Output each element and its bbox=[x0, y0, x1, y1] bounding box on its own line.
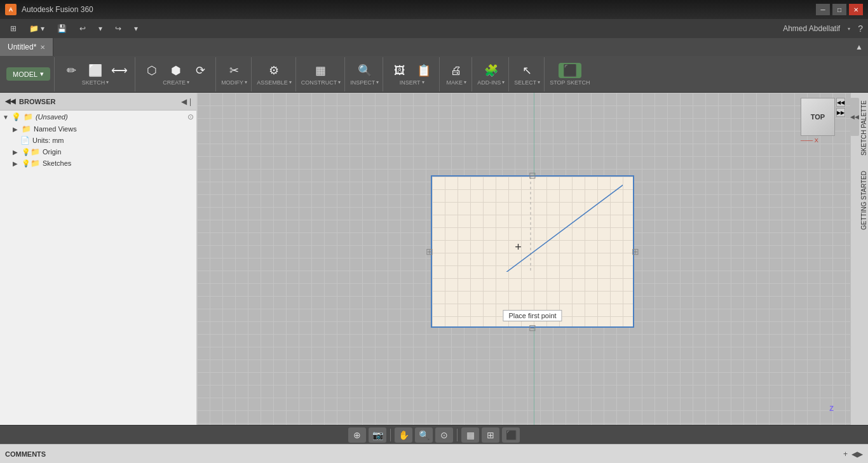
undo-dropdown-btn[interactable]: ▾ bbox=[93, 22, 107, 36]
close-button[interactable]: ✕ bbox=[849, 4, 863, 15]
sketch-canvas[interactable]: ⊟ ⊟ ⊞ ⊞ Place first point bbox=[431, 175, 634, 328]
create-btns: ⬡ ⬢ ⟳ bbox=[140, 63, 212, 78]
insert-canvas-btn[interactable]: 📋 bbox=[412, 63, 435, 78]
viewcube-face[interactable]: TOP bbox=[801, 98, 835, 136]
file-menu-btn[interactable]: 📁 ▾ bbox=[24, 22, 50, 36]
addins-dropdown-icon[interactable]: ▾ bbox=[502, 79, 505, 85]
sketch-create-btn[interactable]: ✏ bbox=[60, 63, 83, 78]
toolbar-group-assemble: ⚙ ASSEMBLE ▾ bbox=[253, 57, 296, 91]
main-area: ◀◀ BROWSER ◀ | ▼ 💡 📁 (Unsaved) ⊙ ▶ 📁 Nam… bbox=[0, 93, 868, 425]
assemble-btn[interactable]: ⚙ bbox=[262, 63, 285, 78]
bottom-camera-btn[interactable]: 📷 bbox=[369, 427, 386, 443]
browser-collapse-icon[interactable]: ◀ bbox=[181, 97, 187, 106]
handle-top-icon[interactable]: ⊟ bbox=[529, 170, 536, 180]
create-dropdown-icon[interactable]: ▾ bbox=[187, 79, 189, 85]
origin-item[interactable]: ▶ 💡 📁 Origin bbox=[0, 146, 196, 158]
redo-dropdown-btn[interactable]: ▾ bbox=[129, 22, 143, 36]
tab-label: Untitled* bbox=[8, 43, 36, 51]
sketches-arrow[interactable]: ▶ bbox=[13, 160, 22, 167]
comments-add-icon[interactable]: + bbox=[843, 450, 848, 459]
modify-dropdown-icon[interactable]: ▾ bbox=[245, 79, 247, 85]
select-label: SELECT ▾ bbox=[514, 79, 540, 86]
bottom-orbit-btn[interactable]: ⊙ bbox=[435, 427, 453, 443]
help-button[interactable]: ? bbox=[858, 23, 863, 34]
create-more-btn[interactable]: ⟳ bbox=[189, 63, 212, 78]
root-folder-icon: 📁 bbox=[24, 112, 33, 121]
menubar-left: ⊞ 📁 ▾ 💾 ↩ ▾ ↪ ▾ bbox=[5, 22, 143, 36]
construct-dropdown-icon[interactable]: ▾ bbox=[338, 79, 341, 85]
user-name[interactable]: Ahmed Abdellatif bbox=[783, 24, 840, 33]
named-views-item[interactable]: ▶ 📁 Named Views bbox=[0, 123, 196, 135]
origin-label: Origin bbox=[43, 148, 61, 156]
select-dropdown-icon[interactable]: ▾ bbox=[538, 79, 540, 85]
browser-pin-icon[interactable]: | bbox=[189, 97, 191, 106]
root-collapse-icon[interactable]: ▼ bbox=[3, 114, 9, 121]
construct-btn[interactable]: ▦ bbox=[309, 63, 332, 78]
bottom-display-btn[interactable]: ⊞ bbox=[482, 427, 499, 443]
create-label: CREATE ▾ bbox=[163, 79, 189, 86]
origin-arrow[interactable]: ▶ bbox=[13, 149, 22, 156]
handle-left-icon[interactable]: ⊞ bbox=[426, 246, 433, 257]
named-views-arrow[interactable]: ▶ bbox=[13, 126, 22, 133]
active-tab[interactable]: Untitled* ✕ bbox=[0, 38, 53, 56]
bottom-sep-2 bbox=[457, 429, 458, 441]
addins-icon: 🧩 bbox=[484, 65, 498, 76]
bottom-grid-btn[interactable]: ▦ bbox=[461, 427, 479, 443]
model-dropdown-btn[interactable]: MODEL ▾ bbox=[6, 67, 50, 81]
tab-close-icon[interactable]: ✕ bbox=[40, 44, 45, 51]
assemble-dropdown-icon[interactable]: ▾ bbox=[289, 79, 292, 85]
insert-dropdown-icon[interactable]: ▾ bbox=[422, 79, 424, 85]
make-btn[interactable]: 🖨 bbox=[445, 63, 468, 78]
named-views-folder-icon: 📁 bbox=[22, 124, 31, 133]
sketch-dim-btn[interactable]: ⟷ bbox=[108, 63, 131, 78]
addins-btn[interactable]: 🧩 bbox=[480, 63, 503, 78]
create-revolve-btn[interactable]: ⬢ bbox=[165, 63, 187, 78]
viewcube-nav-right[interactable]: ▶▶ bbox=[836, 108, 845, 117]
handle-bottom-icon[interactable]: ⊟ bbox=[529, 323, 536, 333]
undo-btn[interactable]: ↩ bbox=[74, 22, 91, 36]
viewport[interactable]: ⊟ ⊟ ⊞ ⊞ Place first point TOP bbox=[197, 93, 868, 425]
viewcube-nav-left[interactable]: ◀◀ bbox=[836, 98, 845, 107]
minimize-button[interactable]: ─ bbox=[816, 4, 830, 15]
grid-menu-btn[interactable]: ⊞ bbox=[5, 22, 22, 36]
inspect-dropdown-icon[interactable]: ▾ bbox=[376, 79, 379, 85]
inspect-btn[interactable]: 🔍 bbox=[353, 63, 376, 78]
palette-collapse-left[interactable]: ◀◀ bbox=[850, 98, 859, 136]
sketch-rect-btn[interactable]: ⬜ bbox=[84, 63, 107, 78]
handle-right[interactable]: ⊞ bbox=[632, 246, 639, 257]
modify-btn[interactable]: ✂ bbox=[223, 63, 246, 78]
user-dropdown-icon[interactable]: ▾ bbox=[848, 26, 850, 32]
origin-bulb-icon: 💡 bbox=[22, 148, 31, 156]
tab-expand-btn[interactable]: ▲ bbox=[855, 43, 868, 51]
bottom-env-btn[interactable]: ⬛ bbox=[502, 427, 520, 443]
browser-back-icon[interactable]: ◀◀ bbox=[5, 97, 15, 105]
sketches-bulb-icon: 💡 bbox=[22, 159, 31, 168]
bottom-pan-btn[interactable]: ✋ bbox=[395, 427, 412, 443]
comments-pin-icon[interactable]: ◀▶ bbox=[851, 450, 863, 459]
window-controls[interactable]: ─ □ ✕ bbox=[816, 4, 863, 15]
handle-left[interactable]: ⊞ bbox=[426, 246, 433, 257]
handle-top[interactable]: ⊟ bbox=[529, 170, 536, 180]
create-extrude-btn[interactable]: ⬡ bbox=[140, 63, 163, 78]
sketch-dropdown-icon[interactable]: ▾ bbox=[106, 79, 109, 85]
root-dot-icon[interactable]: ⊙ bbox=[187, 112, 194, 121]
select-icon: ↖ bbox=[522, 65, 532, 76]
insert-image-btn[interactable]: 🖼 bbox=[388, 63, 411, 78]
bottom-zoom-btn[interactable]: 🔍 bbox=[415, 427, 433, 443]
redo-btn[interactable]: ↪ bbox=[110, 22, 126, 36]
make-dropdown-icon[interactable]: ▾ bbox=[464, 79, 466, 85]
stop-sketch-btn[interactable]: ⬛ bbox=[559, 63, 581, 78]
menubar: ⊞ 📁 ▾ 💾 ↩ ▾ ↪ ▾ Ahmed Abdellatif ▾ ? bbox=[0, 19, 868, 38]
save-btn[interactable]: 💾 bbox=[52, 22, 72, 36]
toolbar-group-insert: 🖼 📋 INSERT ▾ bbox=[384, 57, 440, 91]
sketches-item[interactable]: ▶ 💡 📁 Sketches bbox=[0, 158, 196, 169]
bottom-fit-btn[interactable]: ⊕ bbox=[348, 427, 366, 443]
maximize-button[interactable]: □ bbox=[832, 4, 846, 15]
handle-bottom[interactable]: ⊟ bbox=[529, 323, 536, 333]
viewcube[interactable]: TOP ◀◀ ▶▶ ─── X bbox=[801, 98, 845, 142]
handle-right-icon[interactable]: ⊞ bbox=[632, 246, 639, 257]
units-label: Units: mm bbox=[32, 137, 64, 144]
comments-bar: COMMENTS + ◀▶ bbox=[0, 444, 868, 463]
units-item[interactable]: 📄 Units: mm bbox=[0, 135, 196, 146]
select-btn[interactable]: ↖ bbox=[516, 63, 539, 78]
